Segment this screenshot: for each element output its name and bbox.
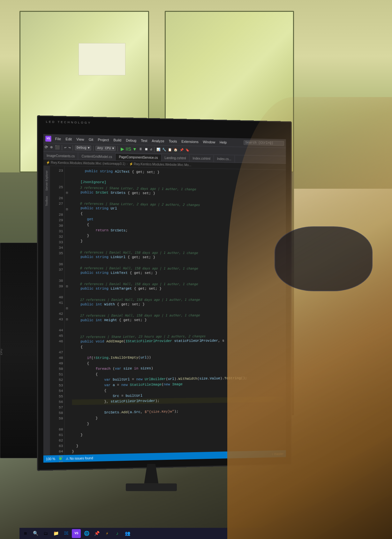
toolbar-undo-redo[interactable]: ↩ ↪ <box>64 146 71 150</box>
collapse-47[interactable]: ⊟ <box>64 284 69 289</box>
taskbar-teams[interactable]: 👥 <box>123 529 132 538</box>
server-explorer-tab[interactable]: Server Explorer <box>44 169 49 192</box>
taskbar-windows[interactable]: ⊞ <box>21 529 30 538</box>
issues-status: ⚠ No issues found <box>66 456 93 460</box>
collapse-col: ⊟ ⊟ ⊟ ⊟ ⊟ <box>64 166 69 455</box>
toolbar-more[interactable]: ⏸ ⏹ ↺ <box>139 147 152 152</box>
ceiling-light <box>79 43 125 75</box>
tab-pagecomponentservice[interactable]: PageComponentService.cs <box>116 154 161 162</box>
toolbar-bookmarks[interactable]: 📌 🔖 <box>180 148 189 152</box>
glasses <box>275 226 373 291</box>
menu-window[interactable]: Window <box>201 140 217 145</box>
toolbar-back[interactable]: ⟳ ⊙ ⬛ <box>45 145 60 150</box>
taskbar-browser-old[interactable]: IE <box>62 529 71 538</box>
tab-imageconstants[interactable]: ImageConstants.cs <box>43 152 78 160</box>
menu-project[interactable]: Project <box>96 137 111 143</box>
monitor-base <box>126 483 177 491</box>
vs-logo: VS <box>45 136 51 142</box>
debug-dropdown[interactable]: Debug ▼ <box>75 146 91 151</box>
person-silhouette <box>227 97 392 539</box>
zoom-level: 100 % <box>46 457 55 461</box>
taskbar-search[interactable]: 🔍 <box>31 529 40 538</box>
tab-landing[interactable]: Landing.cshtml <box>161 154 189 162</box>
menu-extensions[interactable]: Extensions <box>179 139 200 144</box>
breadcrumb-sep: › <box>126 163 127 166</box>
toolbar-separator-4 <box>117 146 118 151</box>
menu-analyze[interactable]: Analyze <box>150 138 166 144</box>
menu-view[interactable]: View <box>74 137 86 142</box>
tab-index-cs[interactable]: Index.cs... <box>214 156 235 163</box>
line-numbers: 23 25 2627 28293031 32333435 3637 3839 4… <box>50 166 64 455</box>
menu-build[interactable]: Build <box>111 138 123 143</box>
taskbar-edge[interactable]: 🌐 <box>82 529 91 538</box>
breadcrumb-2[interactable]: ⚡ Rwy.Kentico.Modules.Website.Mvc.Mo... <box>129 163 191 167</box>
tab-contentgridmodel[interactable]: ContentGridModel.cs <box>78 153 116 161</box>
cpu-label: CPU <box>0 349 3 355</box>
menu-help[interactable]: Help <box>218 140 229 145</box>
taskbar-spotify[interactable]: ♪ <box>113 529 122 538</box>
menu-git[interactable]: Git <box>87 137 95 142</box>
taskbar-taskview[interactable]: 🗂 <box>41 529 50 538</box>
menu-debug[interactable]: Debug <box>124 138 138 143</box>
taskbar-spark[interactable]: ⚡ <box>102 529 111 538</box>
collapse-28[interactable]: ⊟ <box>64 190 69 196</box>
menu-file[interactable]: File <box>53 136 63 142</box>
breadcrumb-1[interactable]: ⚡ Rwy.Kentico.Modules.Website.Mvc (netco… <box>46 161 125 166</box>
taskbar-pin1[interactable]: 📌 <box>92 529 101 538</box>
menu-edit[interactable]: Edit <box>64 136 74 142</box>
collapse-52[interactable]: ⊟ <box>64 306 69 311</box>
taskbar-explorer[interactable]: 📁 <box>51 529 60 538</box>
toolbar-separator-1 <box>62 145 62 150</box>
taskbar-vs[interactable]: VS <box>72 529 81 538</box>
tab-index-cshtml[interactable]: Index.cshtml <box>189 155 214 162</box>
toolbar-diagnostics[interactable]: 📊 🔧 📋 🏠 <box>156 148 177 152</box>
toolbar-separator-2 <box>73 145 73 150</box>
collapse-55[interactable]: ⊟ <box>64 317 69 323</box>
toolbox-tab[interactable]: Toolbox <box>44 195 49 208</box>
toolbar-separator-5 <box>154 147 155 152</box>
collapse-30[interactable]: ⊟ <box>64 207 69 212</box>
menu-tools[interactable]: Tools <box>167 139 179 144</box>
platform-dropdown[interactable]: Any CPU ▼ <box>95 146 116 151</box>
toolbar-separator-3 <box>93 146 94 151</box>
run-button[interactable]: ▶ IIS ▼ <box>120 146 138 152</box>
menu-test[interactable]: Test <box>139 138 149 143</box>
monitor-brand: LED TECHNOLOGY <box>46 120 92 124</box>
left-sidebar: Server Explorer Toolbox <box>43 166 50 456</box>
